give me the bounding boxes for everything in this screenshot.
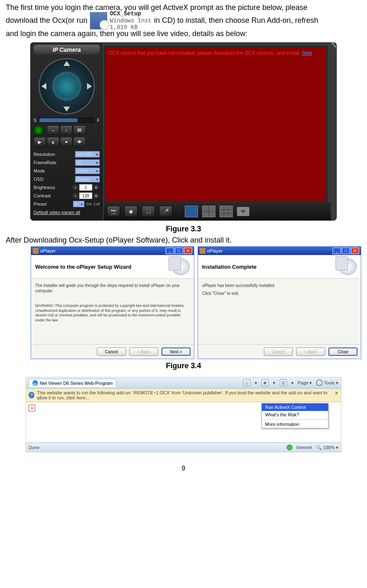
mode-label: Mode: [34, 168, 45, 173]
installer1-body: The installer will guide you through the…: [35, 283, 190, 294]
default-video-link[interactable]: Default video param all: [34, 210, 100, 215]
flip-h-button[interactable]: ↔: [47, 125, 59, 135]
installer-icon: [200, 248, 205, 254]
video-area: OCX control that you have not installed,…: [104, 46, 328, 202]
globe-icon: [287, 445, 292, 450]
close-button[interactable]: ✕: [351, 248, 359, 254]
minimize-button[interactable]: _: [333, 248, 341, 254]
page-menu[interactable]: Page ▾: [298, 380, 312, 386]
play-button[interactable]: ▶: [34, 137, 46, 147]
tf-button[interactable]: TF: [237, 207, 249, 216]
info-icon: ?: [29, 392, 34, 398]
view-9[interactable]: [220, 206, 233, 217]
mic-tool[interactable]: 🎤: [159, 206, 172, 217]
osd-select[interactable]: disable: [75, 176, 100, 182]
zoom-control[interactable]: 🔍100%▾: [316, 445, 338, 450]
ptz-dial[interactable]: [39, 58, 95, 114]
maximize-button[interactable]: □: [342, 248, 350, 254]
intro-line3: and login the camera again, then you wil…: [6, 29, 361, 38]
back-button: < Back: [296, 347, 325, 356]
intro-line2a: download the Ocx(or run: [6, 15, 87, 26]
intro-line2b: in CD) to install, then choose Run Add-o…: [154, 15, 318, 26]
installer-graphic: [338, 258, 357, 275]
menu-more-info[interactable]: More information: [262, 420, 328, 428]
ir-button[interactable]: IR: [73, 125, 86, 135]
resolution-label: Resolution: [34, 152, 55, 157]
installer1-title: oPlayer: [40, 248, 56, 253]
ipcam-sidebar: IP Camera S F ↔ ↕ IR ▶ ▲ ⚭ 👁: [30, 42, 104, 221]
cancel-button[interactable]: Cancel: [97, 347, 126, 356]
ie-addon-screenshot: Net Viewer D6 Series Web-Program ⌂ ▾ ❖ ▾…: [26, 377, 341, 452]
installer1-warning: WARNING: This computer program is protec…: [35, 304, 190, 323]
settings-button[interactable]: 🔧: [331, 42, 337, 221]
brightness-minus[interactable]: −: [72, 185, 78, 190]
menu-whats-risk[interactable]: What's the Risk?: [262, 411, 328, 418]
preset-call[interactable]: Call: [93, 202, 100, 206]
ocx-download-link[interactable]: here: [302, 50, 312, 56]
browser-tab[interactable]: Net Viewer D6 Series Web-Program: [29, 379, 116, 387]
contrast-minus[interactable]: −: [72, 193, 78, 199]
intro-line1: The first time you login the camera, you…: [6, 3, 361, 12]
resolution-select[interactable]: 640*480: [75, 151, 100, 158]
back-button: < Back: [129, 347, 158, 356]
contrast-label: Contrast: [34, 193, 51, 198]
status-done: Done: [29, 445, 39, 450]
view-1[interactable]: [185, 206, 198, 217]
installer-icon: [90, 12, 107, 29]
ocx-setup-file: OCX_Setup Windows Inst 1,019 KB: [90, 12, 152, 29]
framerate-label: FrameRate: [34, 160, 56, 165]
ocx-message: OCX control that you have not installed,…: [109, 50, 323, 57]
close-button[interactable]: ✕: [184, 248, 192, 254]
next-button[interactable]: Next >: [162, 347, 191, 356]
feed-icon[interactable]: ❖: [261, 379, 269, 386]
preset-label: Preset: [34, 202, 47, 207]
tab-title: Net Viewer D6 Series Web-Program: [40, 381, 113, 386]
speed-slider[interactable]: [39, 118, 94, 123]
mode-select[interactable]: 50 HZ: [75, 168, 100, 174]
record-button[interactable]: [34, 125, 43, 135]
brightness-label: Brightness: [34, 185, 55, 190]
ipcam-screenshot: IP Camera S F ↔ ↕ IR ▶ ▲ ⚭ 👁: [30, 42, 337, 221]
figure-3-3-caption: Figure 3.3: [6, 225, 361, 233]
flip-v-button[interactable]: ↕: [60, 125, 72, 135]
minimize-button[interactable]: _: [166, 248, 174, 254]
info-close-icon[interactable]: ✕: [333, 390, 339, 396]
framerate-select[interactable]: 30: [75, 159, 100, 166]
page-number: 9: [6, 465, 361, 472]
contrast-plus[interactable]: +: [93, 193, 99, 199]
installer2-header: Installation Complete: [202, 264, 256, 270]
setup-filename: OCX_Setup: [110, 10, 141, 17]
installer2-title: oPlayer: [207, 248, 222, 253]
audio-tool[interactable]: 🎧: [142, 206, 155, 217]
view-button[interactable]: 👁: [73, 137, 86, 147]
brightness-plus[interactable]: +: [93, 185, 99, 190]
information-bar[interactable]: ? This website wants to run the followin…: [26, 389, 341, 402]
close-button-footer[interactable]: Close: [328, 347, 357, 356]
setup-type: Windows Inst: [110, 17, 152, 24]
brightness-value[interactable]: [79, 184, 92, 191]
installer2-body1: oPlayer has been successfully installed.: [202, 283, 357, 288]
snapshot-tool[interactable]: ◉: [124, 206, 138, 217]
contrast-value[interactable]: [79, 192, 92, 199]
osd-label: OSD: [34, 177, 43, 182]
tools-menu[interactable]: Tools ▾: [316, 379, 338, 386]
intro-paragraph: The first time you login the camera, you…: [6, 3, 361, 38]
speed-s-label: S: [34, 118, 36, 123]
print-icon[interactable]: ⎙: [280, 379, 287, 386]
preset-select[interactable]: 1: [73, 201, 85, 207]
link-button[interactable]: ⚭: [60, 137, 72, 147]
speed-f-label: F: [97, 118, 100, 123]
stop-button[interactable]: ▲: [47, 137, 59, 147]
installer-graphic: [171, 258, 190, 275]
after-download-text: After Downloading Ocx-Setup (oPlayer Sof…: [6, 236, 361, 245]
camera-tool[interactable]: 📷: [107, 206, 120, 217]
installer-icon: [33, 248, 39, 254]
home-icon[interactable]: ⌂: [243, 379, 251, 386]
installer2-body2: Click "Close" to exit.: [202, 291, 357, 296]
ipcam-logo: IP Camera: [34, 45, 100, 55]
maximize-button[interactable]: □: [175, 248, 183, 254]
menu-run-activex[interactable]: Run ActiveX Control: [262, 403, 328, 411]
view-4[interactable]: [202, 206, 215, 217]
preset-set[interactable]: Set: [86, 202, 92, 206]
cancel-button: Cancel: [264, 347, 293, 356]
